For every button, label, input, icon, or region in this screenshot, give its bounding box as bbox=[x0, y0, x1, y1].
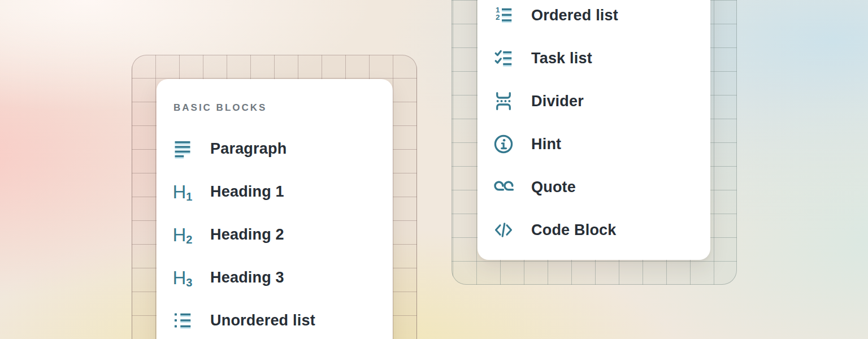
menu-item-label: Heading 2 bbox=[210, 226, 284, 244]
menu-item-label: Unordered list bbox=[210, 312, 315, 329]
advanced-blocks-menu: 1 2 Ordered list bbox=[478, 0, 710, 260]
menu-item-divider[interactable]: Divider bbox=[478, 80, 710, 123]
menu-item-label: Task list bbox=[531, 50, 592, 67]
code-block-icon bbox=[492, 219, 515, 241]
unordered-list-icon bbox=[171, 309, 194, 332]
basic-blocks-menu: BASIC BLOCKS Paragraph bbox=[157, 79, 393, 339]
block-palette-illustration: BASIC BLOCKS Paragraph bbox=[0, 0, 868, 339]
quote-icon bbox=[492, 176, 515, 198]
menu-item-quote[interactable]: Quote bbox=[478, 166, 710, 208]
menu-item-heading-1[interactable]: H1 Heading 1 bbox=[157, 170, 393, 213]
menu-item-paragraph[interactable]: Paragraph bbox=[157, 127, 393, 170]
menu-item-hint[interactable]: Hint bbox=[478, 123, 710, 166]
paragraph-icon bbox=[171, 137, 194, 160]
task-list-icon bbox=[492, 47, 515, 69]
hint-icon bbox=[492, 133, 515, 155]
menu-item-heading-2[interactable]: H2 Heading 2 bbox=[157, 213, 393, 256]
divider-icon bbox=[492, 90, 515, 112]
menu-item-label: Quote bbox=[531, 179, 576, 196]
menu-item-task-list[interactable]: Task list bbox=[478, 37, 710, 80]
section-label-basic-blocks: BASIC BLOCKS bbox=[173, 102, 393, 114]
heading-2-icon: H2 bbox=[171, 223, 194, 246]
menu-item-label: Heading 3 bbox=[210, 269, 284, 286]
heading-3-icon: H3 bbox=[171, 266, 194, 289]
svg-text:2: 2 bbox=[496, 13, 500, 21]
basic-blocks-list: Paragraph H1 Heading 1 H2 Heading 2 H3 H… bbox=[157, 127, 393, 339]
menu-item-label: Paragraph bbox=[210, 140, 287, 158]
heading-1-icon: H1 bbox=[171, 180, 194, 203]
menu-item-heading-3[interactable]: H3 Heading 3 bbox=[157, 256, 393, 299]
menu-item-label: Hint bbox=[531, 136, 561, 153]
menu-item-label: Divider bbox=[531, 93, 584, 110]
menu-item-label: Ordered list bbox=[531, 7, 618, 24]
advanced-blocks-list: 1 2 Ordered list bbox=[478, 0, 710, 251]
menu-item-ordered-list[interactable]: 1 2 Ordered list bbox=[478, 0, 710, 37]
menu-item-label: Code Block bbox=[531, 221, 617, 239]
menu-item-unordered-list[interactable]: Unordered list bbox=[157, 299, 393, 339]
menu-item-code-block[interactable]: Code Block bbox=[478, 208, 710, 251]
menu-item-label: Heading 1 bbox=[210, 183, 284, 201]
ordered-list-icon: 1 2 bbox=[492, 4, 515, 27]
